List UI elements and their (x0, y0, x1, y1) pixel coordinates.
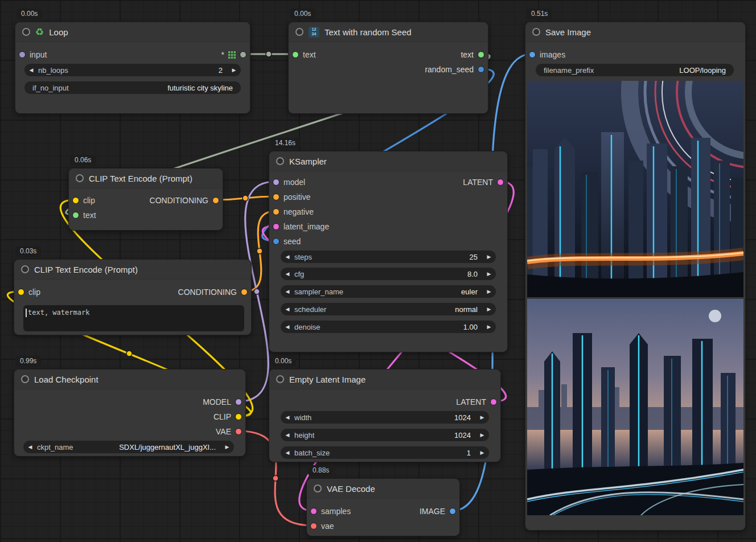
port-dot[interactable] (449, 508, 456, 515)
output-port-vae[interactable]: VAE (216, 426, 242, 437)
collapse-dot[interactable] (21, 265, 29, 273)
input-port-model[interactable]: model (273, 176, 305, 188)
increment-icon[interactable]: ▶ (475, 432, 489, 438)
node-header[interactable]: CLIP Text Encode (Prompt) (14, 260, 251, 280)
output-port-model[interactable]: MODEL (203, 396, 242, 408)
port-dot[interactable] (529, 51, 536, 58)
port-dot[interactable] (478, 66, 484, 73)
node-clip-text-encode-positive[interactable]: 0.06s CLIP Text Encode (Prompt) clip tex… (68, 168, 223, 231)
node-loop[interactable]: 0.00s ♻ Loop input * ◀ nb_loops 2 (15, 22, 250, 114)
port-dot[interactable] (235, 428, 242, 435)
port-dot[interactable] (273, 194, 280, 200)
widget-batch_size[interactable]: ◀ batch_size 1 ▶ (281, 446, 489, 459)
port-dot[interactable] (497, 179, 504, 186)
node-header[interactable]: Empty Latent Image (269, 369, 500, 389)
widget-width[interactable]: ◀ width 1024 ▶ (281, 411, 489, 424)
input-port-text[interactable]: text (72, 210, 96, 221)
increment-icon[interactable]: ▶ (227, 67, 241, 73)
output-port-any[interactable]: * (221, 49, 246, 60)
input-port-samples[interactable]: samples (310, 506, 351, 517)
output-port-latent[interactable]: LATENT (463, 176, 504, 188)
input-port-text[interactable]: text (292, 49, 316, 60)
port-dot[interactable] (212, 197, 219, 204)
port-dot[interactable] (490, 399, 497, 405)
output-port-clip[interactable]: CLIP (213, 411, 242, 422)
increment-icon[interactable]: ▶ (482, 324, 496, 330)
port-dot[interactable] (19, 51, 26, 58)
input-port-positive[interactable]: positive (273, 191, 310, 203)
widget-height[interactable]: ◀ height 1024 ▶ (281, 429, 489, 441)
collapse-dot[interactable] (22, 28, 30, 36)
collapse-dot[interactable] (76, 174, 84, 182)
port-dot[interactable] (478, 51, 484, 58)
increment-icon[interactable]: ▶ (475, 450, 489, 455)
output-port-random_seed[interactable]: random_seed (425, 64, 484, 75)
decrement-icon[interactable]: ◀ (281, 414, 294, 420)
input-port-negative[interactable]: negative (273, 206, 314, 217)
collapse-dot[interactable] (295, 28, 303, 36)
widget-scheduler[interactable]: ◀ scheduler normal ▶ (281, 303, 496, 315)
node-ksampler[interactable]: 14.16s KSampler model positive negative … (269, 151, 508, 352)
decrement-icon[interactable]: ◀ (281, 306, 294, 312)
port-dot[interactable] (273, 238, 280, 245)
decrement-icon[interactable]: ◀ (281, 289, 294, 294)
port-dot[interactable] (273, 223, 280, 230)
input-port-clip[interactable]: clip (18, 286, 40, 298)
node-header[interactable]: KSampler (269, 151, 507, 171)
input-port-clip[interactable]: clip (72, 195, 95, 206)
increment-icon[interactable]: ▶ (482, 254, 496, 260)
widget-denoise[interactable]: ◀ denoise 1.00 ▶ (281, 321, 496, 333)
node-header[interactable]: CLIP Text Encode (Prompt) (69, 169, 223, 188)
collapse-dot[interactable] (21, 375, 29, 383)
decrement-icon[interactable]: ◀ (281, 254, 294, 260)
increment-icon[interactable]: ▶ (220, 444, 234, 450)
widget-sampler_name[interactable]: ◀ sampler_name euler ▶ (281, 285, 496, 298)
port-dot[interactable] (235, 413, 242, 420)
node-clip-text-encode-negative[interactable]: 0.03s CLIP Text Encode (Prompt) clip CON… (14, 259, 252, 335)
node-empty-latent-image[interactable]: 0.00s Empty Latent Image LATENT ◀ width … (269, 369, 501, 462)
decrement-icon[interactable]: ◀ (281, 432, 294, 438)
node-header[interactable]: ♻ Loop (15, 22, 250, 42)
input-port-latent_image[interactable]: latent_image (273, 221, 329, 232)
decrement-icon[interactable]: ◀ (24, 67, 38, 73)
collapse-dot[interactable] (314, 484, 322, 492)
node-header[interactable]: VAE Decode (307, 479, 459, 499)
input-port-input[interactable]: input (19, 49, 47, 60)
output-port-text[interactable]: text (461, 49, 484, 60)
decrement-icon[interactable]: ◀ (23, 444, 37, 450)
increment-icon[interactable]: ▶ (482, 306, 496, 312)
collapse-dot[interactable] (532, 28, 540, 36)
port-dot[interactable] (72, 197, 79, 204)
widget-nb_loops[interactable]: ◀ nb_loops 2 ▶ (24, 64, 241, 76)
input-port-images[interactable]: images (529, 49, 565, 60)
output-port-conditioning[interactable]: CONDITIONING (150, 195, 219, 206)
input-port-vae[interactable]: vae (310, 520, 334, 532)
node-header[interactable]: Load Checkpoint (14, 369, 245, 389)
port-dot[interactable] (273, 208, 280, 215)
port-dot[interactable] (241, 289, 248, 295)
port-dot[interactable] (72, 212, 79, 219)
node-text-with-random-seed[interactable]: 0.00s 12 34 Text with random Seed text t… (288, 22, 488, 114)
decrement-icon[interactable]: ◀ (281, 271, 294, 277)
port-dot[interactable] (310, 523, 317, 529)
node-header[interactable]: Save Image (525, 22, 745, 42)
prompt-textarea[interactable]: text, watermark (23, 305, 244, 331)
port-dot[interactable] (273, 179, 280, 186)
node-header[interactable]: 12 34 Text with random Seed (289, 22, 488, 42)
widget-steps[interactable]: ◀ steps 25 ▶ (281, 251, 496, 263)
port-dot[interactable] (310, 508, 317, 515)
increment-icon[interactable]: ▶ (482, 289, 496, 294)
port-dot[interactable] (292, 51, 299, 58)
widget-cfg[interactable]: ◀ cfg 8.0 ▶ (281, 268, 496, 280)
widget-if_no_input[interactable]: if_no_input futuristic city skyline (24, 81, 241, 94)
port-dot[interactable] (240, 51, 246, 58)
output-port-conditioning[interactable]: CONDITIONING (178, 286, 248, 298)
port-dot[interactable] (235, 399, 242, 405)
collapse-dot[interactable] (276, 375, 284, 383)
node-load-checkpoint[interactable]: 0.99s Load Checkpoint MODEL CLIP VAE ◀ c… (14, 369, 246, 457)
input-port-seed[interactable]: seed (273, 236, 301, 247)
node-vae-decode[interactable]: 0.88s VAE Decode samples vae IMAGE (306, 478, 460, 536)
widget-filename_prefix[interactable]: filename_prefix LOOP/looping (536, 64, 734, 76)
node-graph-canvas[interactable]: 0.00s ♻ Loop input * ◀ nb_loops 2 (0, 0, 756, 542)
increment-icon[interactable]: ▶ (475, 414, 489, 420)
